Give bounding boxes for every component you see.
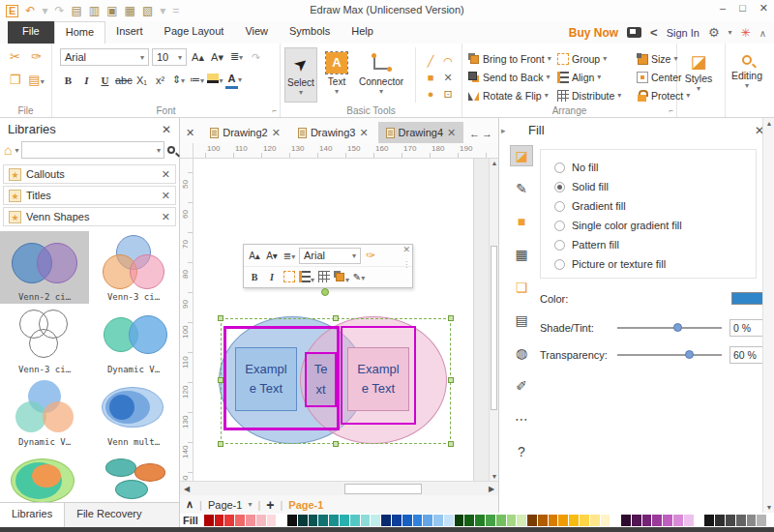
collapse-ribbon-icon[interactable] — [759, 27, 766, 39]
font-size-select[interactable]: 10▾ — [152, 48, 187, 66]
bullet-list-icon[interactable]: ≔▾ — [189, 73, 205, 88]
selection-handle[interactable] — [448, 441, 454, 447]
library-section-close-icon[interactable]: ✕ — [162, 190, 170, 202]
mini-order-icon[interactable]: ▾ — [334, 271, 349, 284]
mini-toolbar-handle-icon[interactable]: ⋮ — [402, 260, 410, 269]
palette-color[interactable] — [350, 515, 360, 526]
arc-tool-icon[interactable] — [439, 53, 457, 70]
palette-color[interactable] — [580, 515, 589, 526]
selection-handle[interactable] — [218, 441, 223, 447]
styles-button[interactable]: Styles ▾ — [677, 44, 720, 93]
palette-color[interactable] — [224, 515, 234, 526]
settings-gear-icon[interactable] — [708, 25, 720, 40]
library-shape[interactable]: Venn-3 ci… — [0, 304, 89, 376]
line-spacing-icon[interactable]: ⇕▾ — [170, 73, 187, 88]
mini-toolbar-close-icon[interactable]: ✕ — [402, 245, 410, 254]
mini-align-icon[interactable]: ▾ — [299, 271, 314, 284]
palette-color[interactable] — [413, 515, 423, 526]
format-painter-icon[interactable]: ✑ — [26, 49, 47, 73]
palette-color[interactable] — [590, 515, 600, 526]
arrange-button[interactable]: Distribute ▾ — [557, 86, 637, 104]
library-section-close-icon[interactable]: ✕ — [162, 168, 170, 181]
add-page-button[interactable]: + — [266, 497, 274, 513]
highlight-icon[interactable]: ▾ — [207, 73, 223, 88]
ribbon-tab[interactable]: View — [234, 21, 279, 44]
paragraph-icon[interactable]: ≣▾ — [228, 49, 245, 65]
fill-option-radio[interactable]: No fill — [554, 158, 756, 177]
panel-collapse-icon[interactable]: ▸ — [501, 126, 506, 135]
rectangle-tool-icon[interactable] — [422, 70, 439, 86]
mini-distribute-icon[interactable] — [316, 271, 332, 284]
palette-color[interactable] — [246, 515, 255, 526]
palette-color[interactable] — [204, 515, 214, 526]
mini-font-family-select[interactable]: Arial▾ — [299, 248, 361, 264]
bold-icon[interactable]: B — [60, 74, 76, 88]
panel-side-icon[interactable]: ▤ — [510, 310, 533, 331]
palette-color[interactable] — [517, 515, 526, 526]
panel-scroll-up-icon[interactable]: ▲ — [763, 120, 774, 127]
palette-color[interactable] — [601, 515, 610, 526]
mini-italic-icon[interactable]: I — [264, 272, 280, 282]
library-section[interactable]: Venn Shapes ✕ — [3, 207, 176, 226]
panel-bottom-tab[interactable]: File Recovery — [65, 503, 153, 527]
library-shape[interactable]: Venn mult… — [89, 376, 178, 449]
arrange-button[interactable]: Bring to Front ▾ — [468, 49, 557, 68]
editing-button[interactable]: Editing ▾ — [726, 44, 768, 90]
collapse-pagebar-icon[interactable]: ∧ — [186, 498, 194, 511]
palette-color[interactable] — [381, 515, 391, 526]
basic-tool-button[interactable]: Connector ▾ — [356, 47, 406, 103]
palette-color[interactable] — [329, 515, 339, 526]
ribbon-tab[interactable]: Home — [54, 21, 105, 44]
palette-color[interactable] — [549, 515, 558, 526]
increase-font-icon[interactable]: A▴ — [190, 50, 206, 65]
palette-color[interactable] — [726, 515, 735, 526]
palette-color[interactable] — [558, 515, 568, 526]
paste-icon[interactable]: ▤▾ — [26, 73, 47, 96]
panel-side-icon[interactable]: ⋯ — [510, 408, 533, 429]
palette-color[interactable] — [455, 515, 464, 526]
mini-decrease-font-icon[interactable]: A▾ — [264, 251, 280, 261]
library-section[interactable]: Titles ✕ — [3, 186, 176, 205]
buy-now-link[interactable]: Buy Now — [569, 26, 618, 40]
panel-side-icon[interactable]: ❏ — [510, 277, 533, 298]
palette-color[interactable] — [673, 515, 683, 526]
panel-scrollbar[interactable]: ▲ ▼ — [762, 118, 774, 513]
palette-color[interactable] — [444, 515, 454, 526]
ribbon-tab[interactable]: Insert — [105, 21, 154, 44]
panel-side-icon[interactable]: ▦ — [510, 244, 533, 265]
license-card-icon[interactable] — [627, 27, 641, 38]
panel-side-icon[interactable]: ✎ — [510, 178, 533, 199]
library-shape[interactable]: Dynamic V… — [0, 376, 89, 449]
palette-color[interactable] — [392, 515, 402, 526]
drawing-tab[interactable]: Drawing2 ✕ — [202, 122, 288, 143]
panel-bottom-tab[interactable]: Libraries — [0, 503, 65, 527]
arrange-button[interactable]: Align ▾ — [557, 68, 637, 86]
scroll-right-icon[interactable]: ▶ — [485, 485, 498, 493]
italic-icon[interactable]: I — [78, 74, 95, 88]
drawing-tab-close-icon[interactable]: ✕ — [272, 127, 281, 139]
settings-dropdown-icon[interactable]: ▾ — [729, 28, 732, 37]
mini-bold-icon[interactable]: B — [247, 272, 262, 282]
palette-color[interactable] — [235, 515, 245, 526]
underline-icon[interactable]: U — [97, 74, 113, 88]
share-icon[interactable] — [650, 25, 658, 40]
hidden-tab-close-icon[interactable]: ✕ — [180, 127, 200, 143]
palette-color[interactable] — [340, 515, 349, 526]
palette-color[interactable] — [423, 515, 432, 526]
sign-in-link[interactable]: Sign In — [667, 27, 700, 39]
ribbon-tab[interactable]: Help — [341, 21, 384, 44]
panel-side-icon[interactable]: ◪ — [510, 145, 533, 166]
palette-color[interactable] — [695, 515, 704, 526]
drawing-tab[interactable]: Drawing3 ✕ — [290, 122, 376, 143]
palette-color[interactable] — [309, 515, 318, 526]
font-dialog-launcher-icon[interactable]: ⌐ — [272, 106, 277, 115]
selection-handle[interactable] — [333, 315, 339, 321]
arrange-button[interactable]: Send to Back ▾ — [468, 68, 557, 86]
drawing-page[interactable]: Exampl e Text Exampl e Text Te xt A▴ A▾ … — [194, 159, 489, 481]
library-shape[interactable]: Venn-3 ci… — [89, 231, 178, 304]
drawing-tab[interactable]: Drawing4 ✕ — [378, 122, 464, 143]
panel-scroll-down-icon[interactable]: ▼ — [763, 504, 774, 511]
panel-side-icon[interactable]: ? — [510, 441, 533, 462]
ellipse-tool-icon[interactable] — [422, 86, 439, 103]
selection-handle[interactable] — [333, 441, 339, 447]
